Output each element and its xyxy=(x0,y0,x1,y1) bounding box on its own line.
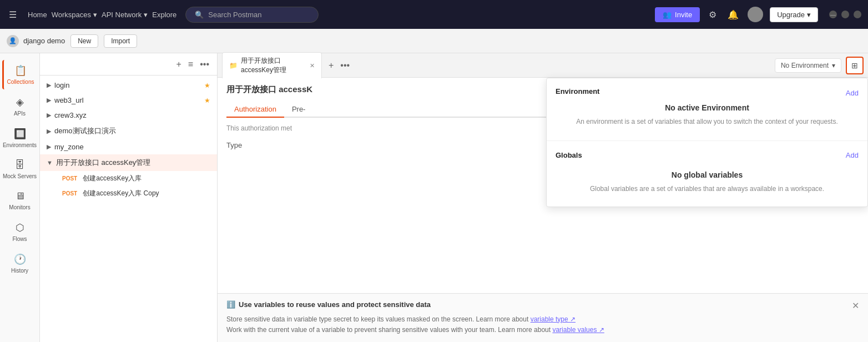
collection-label: crew3.xyz xyxy=(54,111,87,119)
tab-folder-icon: 📁 xyxy=(229,62,238,69)
main-layout: 📋 Collections ◈ APIs 🔲 Environments 🗄 Mo… xyxy=(0,53,868,342)
search-icon: 🔍 xyxy=(195,11,204,19)
variable-values-link[interactable]: variable values ↗ xyxy=(552,326,604,334)
collections-list: ▶ login ★ ▶ web3_url ★ ▶ crew3.xyz ▶ dem… xyxy=(40,76,217,342)
sidebar-item-label-environments: Environments xyxy=(3,142,37,148)
add-tab-button[interactable]: + xyxy=(324,58,338,73)
nav-api-network[interactable]: API Network ▾ xyxy=(102,11,148,19)
tab-authorization[interactable]: Authorization xyxy=(226,102,284,118)
close-button[interactable] xyxy=(854,11,861,18)
search-placeholder: Search Postman xyxy=(208,11,261,19)
list-item[interactable]: POST 创建accessKey入库 xyxy=(40,171,217,186)
env-dropdown: Environment Add No active Environment An… xyxy=(546,78,868,207)
chevron-down-icon: ▾ xyxy=(832,62,835,69)
maximize-button[interactable] xyxy=(841,11,849,18)
list-item[interactable]: ▼ 用于开放接口 accessKey管理 xyxy=(40,154,217,171)
env-bar: No Environment ▾ ⊞ xyxy=(770,53,868,78)
sidebar-item-monitors[interactable]: 🖥 Monitors xyxy=(2,186,38,215)
nav-explore[interactable]: Explore xyxy=(152,11,176,19)
sub-item-label: 创建accessKey入库 xyxy=(83,174,142,183)
star-icon: ★ xyxy=(204,97,210,104)
env-label: No Environment xyxy=(781,62,829,69)
list-item[interactable]: POST 创建accessKey入库 Copy xyxy=(40,186,217,201)
search-bar[interactable]: 🔍 Search Postman xyxy=(185,7,319,23)
tab-access-key[interactable]: 📁 用于开放接口 accessKey管理 ✕ xyxy=(222,52,322,78)
window-controls: — xyxy=(829,11,861,18)
variable-type-link[interactable]: variable type ↗ xyxy=(531,315,576,323)
chevron-icon: ▶ xyxy=(47,112,51,119)
env-selector[interactable]: No Environment ▾ xyxy=(775,58,841,73)
sidebar-item-label-flows: Flows xyxy=(12,236,27,242)
workspace-bar: 👤 django demo New Import xyxy=(0,29,868,53)
more-tabs-button[interactable]: ••• xyxy=(340,61,350,71)
add-collection-button[interactable]: + xyxy=(175,58,183,71)
tab-label: 用于开放接口 accessKey管理 xyxy=(241,56,306,75)
env-table-icon: ⊞ xyxy=(851,61,858,70)
collection-label: my_zone xyxy=(54,143,84,151)
panel-header: + ≡ ••• xyxy=(40,53,217,76)
apis-icon: ◈ xyxy=(16,96,24,108)
filter-button[interactable]: ≡ xyxy=(187,58,194,71)
sidebar: 📋 Collections ◈ APIs 🔲 Environments 🗄 Mo… xyxy=(0,53,40,342)
workspace-user: 👤 django demo xyxy=(7,35,65,47)
sidebar-item-label-mock-servers: Mock Servers xyxy=(3,173,37,179)
chevron-icon: ▶ xyxy=(47,82,51,89)
tip-panel: ℹ️ Use variables to reuse values and pro… xyxy=(218,293,868,342)
topbar: ☰ Home Workspaces ▾ API Network ▾ Explor… xyxy=(0,0,868,29)
list-item[interactable]: ▶ crew3.xyz xyxy=(40,108,217,123)
sub-item-label: 创建accessKey入库 Copy xyxy=(83,189,159,198)
menu-icon[interactable]: ☰ xyxy=(7,7,19,22)
globals-section: Globals Add No global variables Global v… xyxy=(547,143,867,207)
tip-body: Store sensitive data in variable type se… xyxy=(226,314,859,335)
sidebar-item-flows[interactable]: ⬡ Flows xyxy=(2,217,38,247)
collection-label: demo测试接口演示 xyxy=(54,126,116,136)
env-add-button[interactable]: Add xyxy=(846,89,859,97)
workspace-name: django demo xyxy=(23,37,65,45)
avatar[interactable] xyxy=(748,7,763,22)
list-item[interactable]: ▶ my_zone xyxy=(40,139,217,154)
method-badge-post: POST xyxy=(60,175,79,182)
environments-icon: 🔲 xyxy=(14,128,26,140)
more-options-button[interactable]: ••• xyxy=(199,58,210,71)
tab-close-icon[interactable]: ✕ xyxy=(310,62,315,69)
sidebar-item-environments[interactable]: 🔲 Environments xyxy=(2,123,38,153)
list-item[interactable]: ▶ web3_url ★ xyxy=(40,93,217,108)
nav-workspaces[interactable]: Workspaces ▾ xyxy=(52,11,97,19)
nav-home[interactable]: Home xyxy=(28,11,47,19)
sidebar-item-collections[interactable]: 📋 Collections xyxy=(2,60,38,89)
no-active-env: No active Environment An environment is … xyxy=(556,99,859,127)
chevron-icon: ▼ xyxy=(47,159,53,166)
collection-label: login xyxy=(54,81,69,89)
env-dropdown-header-section: Environment Add No active Environment An… xyxy=(547,78,867,138)
tip-close-button[interactable]: ✕ xyxy=(852,300,859,311)
new-button[interactable]: New xyxy=(70,34,98,48)
sidebar-item-label-history: History xyxy=(11,268,28,274)
list-item[interactable]: ▶ demo测试接口演示 xyxy=(40,123,217,139)
minimize-button[interactable]: — xyxy=(829,11,837,18)
chevron-icon: ▶ xyxy=(47,143,51,150)
upgrade-button[interactable]: Upgrade ▾ xyxy=(770,7,818,22)
list-item[interactable]: ▶ login ★ xyxy=(40,78,217,93)
globals-add-button[interactable]: Add xyxy=(846,151,859,159)
no-globals-title: No global variables xyxy=(556,170,859,179)
environment-quick-look-button[interactable]: ⊞ xyxy=(846,57,864,74)
settings-icon[interactable]: ⚙ xyxy=(706,7,719,22)
sidebar-item-label-monitors: Monitors xyxy=(9,204,30,210)
no-globals-desc: Global variables are a set of variables … xyxy=(556,184,859,194)
bell-icon[interactable]: 🔔 xyxy=(725,7,741,22)
history-icon: 🕐 xyxy=(14,253,26,265)
import-button[interactable]: Import xyxy=(104,34,137,48)
sidebar-item-history[interactable]: 🕐 History xyxy=(2,249,38,278)
chevron-icon: ▶ xyxy=(47,128,51,135)
sidebar-item-mock-servers[interactable]: 🗄 Mock Servers xyxy=(2,155,38,184)
sidebar-item-label-apis: APIs xyxy=(14,110,26,117)
method-badge-post: POST xyxy=(60,190,79,197)
no-globals: No global variables Global variables are… xyxy=(556,166,859,199)
main-content: 📁 用于开放接口 accessKey管理 ✕ + ••• No Environm… xyxy=(218,53,868,342)
collections-icon: 📋 xyxy=(14,64,27,77)
invite-button[interactable]: 👥 Invite xyxy=(655,7,700,22)
collection-label: web3_url xyxy=(54,96,84,104)
star-icon: ★ xyxy=(204,82,210,89)
sidebar-item-apis[interactable]: ◈ APIs xyxy=(2,92,38,121)
tab-pre-request[interactable]: Pre- xyxy=(284,102,314,118)
